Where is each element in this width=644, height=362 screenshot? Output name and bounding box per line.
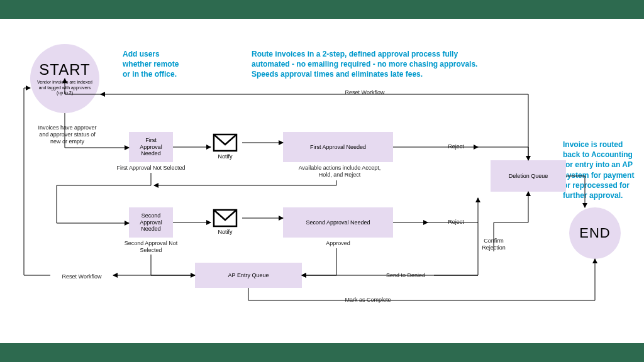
label-reject-2: Reject [440, 219, 472, 226]
first-approval-needed-small: First Approval Needed [129, 132, 173, 162]
end-node: END [569, 207, 621, 259]
label-second-not-selected: Second Approval Not Selected [116, 240, 186, 254]
label-first-not-selected: First Approval Not Selected [113, 165, 189, 172]
ap-entry-queue: AP Entry Queue [195, 263, 302, 288]
start-subtitle: Vendor invoices are indexed and tagged w… [32, 80, 97, 96]
second-approval-needed-small: Second Approval Needed [129, 207, 173, 238]
diagram-canvas: Add users whether remote or in the offic… [0, 19, 644, 343]
label-send-to-denied: Send to Denied [377, 272, 434, 279]
callout-route-invoices: Route invoices in a 2-step, defined appr… [252, 49, 516, 80]
start-node: START Vendor invoices are indexed and ta… [30, 44, 99, 113]
mail-icon-1: Notify [213, 133, 238, 160]
label-confirm-rejection: Confirm Rejection [475, 238, 513, 251]
mail-icon-2: Notify [213, 209, 238, 235]
label-reset-workflow-left: Reset Workflow [53, 273, 110, 280]
callout-end: Invoice is routed back to Accounting for… [563, 140, 638, 200]
notify-label-1: Notify [218, 153, 232, 160]
end-title: END [579, 225, 610, 241]
start-title: START [39, 61, 90, 79]
callout-add-users: Add users whether remote or in the offic… [123, 49, 211, 80]
label-mark-complete: Mark as Complete [333, 297, 402, 304]
label-reject-1: Reject [440, 143, 472, 150]
label-reset-workflow-top: Reset Workflow [333, 89, 396, 96]
deletion-queue: Deletion Queue [491, 160, 566, 192]
second-approval-needed-wide: Second Approval Needed [283, 207, 393, 238]
label-invoices-have-approver: Invoices have approver and approver stat… [33, 124, 102, 145]
label-available-actions: Available actions include Accept, Hold, … [286, 165, 393, 178]
notify-label-2: Notify [218, 229, 232, 235]
label-approved: Approved [314, 240, 362, 247]
first-approval-needed-wide: First Approval Needed [283, 132, 393, 162]
